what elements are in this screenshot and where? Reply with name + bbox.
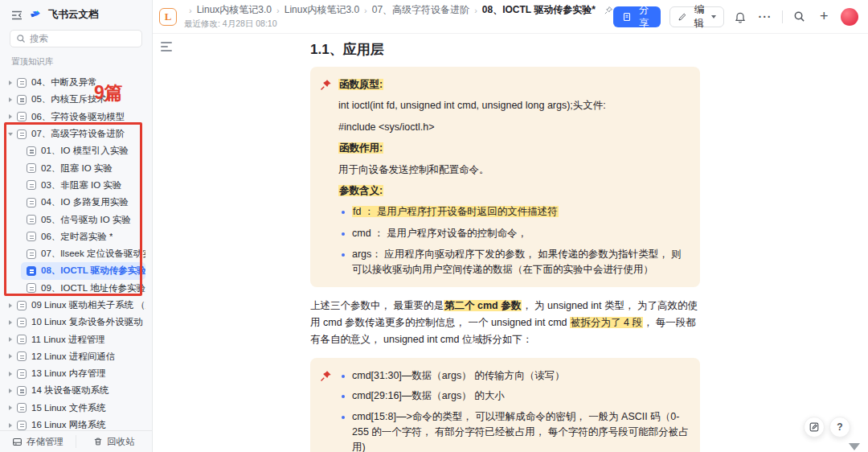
- search-doc-icon[interactable]: [792, 8, 808, 26]
- more-options-icon[interactable]: ···: [757, 8, 773, 26]
- sidebar-item[interactable]: 07、llseek 定位设备驱动实验: [21, 245, 145, 262]
- sidebar-item[interactable]: 04、中断及异常: [5, 74, 145, 91]
- para1-highlight-bold: 第二个 cmd 参数: [444, 300, 522, 311]
- expand-caret-icon[interactable]: [6, 335, 14, 343]
- trash-label: 回收站: [107, 436, 135, 448]
- storage-label: 存储管理: [27, 436, 63, 448]
- expand-caret-icon[interactable]: [6, 404, 14, 412]
- expand-caret-icon[interactable]: [6, 130, 14, 138]
- expand-caret-icon[interactable]: [6, 352, 14, 360]
- breadcrumb-label[interactable]: Linux内核笔记3.0: [285, 3, 359, 17]
- sidebar-search[interactable]: [10, 30, 142, 47]
- trash-button[interactable]: 回收站: [76, 431, 152, 452]
- breadcrumb-label[interactable]: 08、IOCTL 驱动传参实验*: [482, 3, 596, 17]
- expand-caret-icon[interactable]: [6, 302, 14, 310]
- sidebar: 飞书云文档 置顶知识库 04、中断及异常 05、内核互斥技术: [0, 0, 153, 452]
- sidebar-item[interactable]: 01、IO 模型引入实验: [21, 142, 145, 159]
- sidebar-item[interactable]: 15 Linux 文件系统: [5, 400, 145, 417]
- collapse-sidebar-icon[interactable]: [10, 9, 23, 22]
- pushpin-icon: [320, 79, 332, 278]
- sidebar-item[interactable]: 08、IOCTL 驱动传参实验*: [21, 262, 145, 279]
- expand-caret-icon[interactable]: [6, 421, 14, 429]
- breadcrumb-separator-icon: ›: [474, 6, 477, 15]
- sidebar-item-label: 02、阻塞 IO 实验: [41, 162, 113, 175]
- sidebar-item[interactable]: 09 Linux 驱动相关子系统 （重点）: [5, 297, 145, 314]
- sidebar-item[interactable]: 06、字符设备驱动模型: [5, 109, 145, 125]
- param-cmd: cmd ： 是用户程序对设备的控制命令，: [338, 226, 689, 241]
- sidebar-item[interactable]: 12 Linux 进程间通信: [5, 348, 145, 365]
- avatar[interactable]: [841, 8, 858, 26]
- sidebar-item[interactable]: 13 Linux 内存管理: [5, 365, 145, 382]
- storage-manage-button[interactable]: 存储管理: [0, 431, 76, 452]
- share-label: 分享: [636, 3, 652, 31]
- create-new-icon[interactable]: +: [816, 8, 832, 26]
- sidebar-item[interactable]: 06、定时器实验 *: [21, 228, 145, 245]
- search-input[interactable]: [30, 34, 126, 43]
- expand-caret-icon[interactable]: [6, 370, 14, 378]
- expand-caret-icon[interactable]: [6, 113, 14, 121]
- sidebar-item-label: 11 Linux 进程管理: [31, 334, 105, 346]
- outline-toggle-icon[interactable]: [161, 42, 174, 51]
- sidebar-header: 飞书云文档: [0, 0, 152, 27]
- sidebar-item[interactable]: 11 Linux 进程管理: [5, 331, 145, 347]
- expand-caret-icon[interactable]: [6, 318, 14, 327]
- sidebar-item-label: 04、IO 多路复用实验: [41, 196, 129, 208]
- breadcrumb-item[interactable]: › Linux内核笔记3.0: [272, 3, 359, 17]
- sidebar-item[interactable]: 04、IO 多路复用实验: [21, 194, 145, 211]
- search-icon: [16, 34, 26, 43]
- document-icon: [17, 301, 27, 310]
- pin-icon[interactable]: [604, 6, 613, 15]
- help-button[interactable]: ?: [829, 417, 850, 438]
- share-button[interactable]: 分享: [613, 6, 661, 27]
- bullet-dot: [342, 232, 345, 236]
- breadcrumb-item[interactable]: › 07、高级字符设备进阶: [359, 3, 469, 17]
- param-cmd-text: cmd ： 是用户程序对设备的控制命令，: [352, 226, 689, 241]
- sidebar-item[interactable]: 03、非阻塞 IO 实验: [21, 177, 145, 194]
- app-window: 飞书云文档 置顶知识库 04、中断及异常 05、内核互斥技术: [0, 0, 868, 452]
- callout-block-1: 函数原型: int ioctl(int fd, unsigned int cmd…: [310, 67, 700, 287]
- para1-highlight: 被拆分为了 4 段: [570, 317, 643, 328]
- sidebar-item[interactable]: 16 Linux 网络系统: [5, 417, 145, 430]
- sidebar-item-label: 09 Linux 驱动相关子系统 （重点）: [31, 299, 145, 311]
- document-content: 1.1、应用层 函数原型: int ioctl(int fd, unsigned…: [153, 34, 868, 452]
- notifications-bell-icon[interactable]: [733, 8, 749, 26]
- bitfield-text: cmd[31:30]—数据（args） 的传输方向（读写）: [352, 368, 689, 384]
- param-fd: fd ： 是用户程序打开设备时返回的文件描述符: [338, 204, 689, 220]
- document-icon: [27, 215, 36, 224]
- expand-caret-icon[interactable]: [6, 96, 14, 104]
- sidebar-item[interactable]: 05、信号驱动 IO 实验: [21, 211, 145, 228]
- sidebar-item-label: 14 块设备驱动系统: [31, 384, 109, 397]
- edit-mode-button[interactable]: 编辑: [669, 6, 723, 27]
- sidebar-item[interactable]: 14 块设备驱动系统: [5, 382, 145, 399]
- document-icon: [17, 112, 27, 121]
- edit-label: 编辑: [691, 3, 706, 31]
- sidebar-item-label: 06、字符设备驱动模型: [31, 111, 125, 123]
- document-icon: [17, 421, 27, 430]
- sidebar-item[interactable]: 05、内核互斥技术: [5, 91, 145, 108]
- trash-icon: [93, 437, 103, 446]
- sidebar-item[interactable]: 07、高级字符设备进阶: [5, 125, 145, 142]
- share-doc-icon: [622, 12, 632, 22]
- feedback-button[interactable]: [804, 417, 825, 438]
- breadcrumb-block: › Linux内核笔记3.0 › Linux内核笔记3.0 › 07、高级字符设…: [184, 3, 613, 30]
- breadcrumb-item[interactable]: › 08、IOCTL 驱动传参实验*: [469, 3, 596, 17]
- pencil-icon: [678, 12, 687, 22]
- last-modified: 最近修改: 4月28日 08:10: [184, 18, 613, 30]
- expand-caret-icon[interactable]: [6, 387, 14, 395]
- sidebar-item-label: 05、信号驱动 IO 实验: [41, 214, 131, 226]
- scroll-hint-triangle-icon: [849, 443, 860, 450]
- sidebar-item[interactable]: 09、IOCTL 地址传参实验*: [21, 280, 145, 297]
- chevron-down-icon: [711, 15, 716, 18]
- document-icon: [17, 386, 27, 396]
- breadcrumb: › Linux内核笔记3.0 › Linux内核笔记3.0 › 07、高级字符设…: [184, 3, 596, 17]
- sidebar-item-label: 15 Linux 文件系统: [31, 402, 106, 414]
- sidebar-item[interactable]: 02、阻塞 IO 实验: [21, 159, 145, 176]
- breadcrumb-item[interactable]: › Linux内核笔记3.0: [184, 3, 272, 17]
- sidebar-item-label: 05、内核互斥技术: [31, 93, 106, 105]
- doc-body: 1.1、应用层 函数原型: int ioctl(int fd, unsigned…: [310, 34, 700, 452]
- breadcrumb-label[interactable]: Linux内核笔记3.0: [197, 3, 272, 17]
- sidebar-item[interactable]: 10 Linux 复杂设备外设驱动: [5, 314, 145, 331]
- document-icon: [17, 369, 27, 379]
- breadcrumb-label[interactable]: 07、高级字符设备进阶: [372, 3, 469, 17]
- expand-caret-icon[interactable]: [6, 79, 14, 87]
